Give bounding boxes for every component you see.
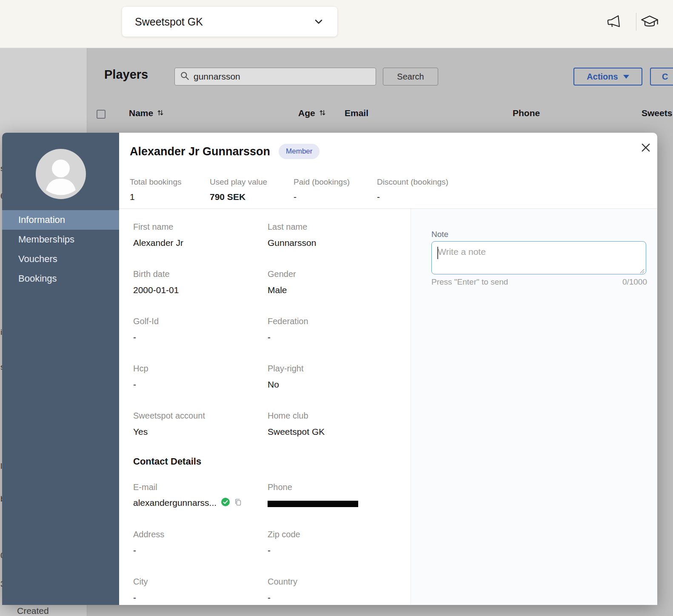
field-golf-id: Golf-Id - [133, 317, 159, 342]
field-first-name: First name Alexander Jr [133, 222, 183, 248]
field-hcp: Hcp - [133, 364, 148, 390]
stat-paid-bookings: Paid (bookings) - [294, 177, 350, 202]
field-birth-date: Birth date 2000-01-01 [133, 269, 179, 295]
header-divider [636, 13, 636, 31]
note-char-counter: 0/1000 [622, 277, 647, 287]
graduation-cap-icon [640, 14, 659, 31]
club-selector[interactable]: Sweetspot GK [122, 7, 337, 37]
phone-redaction-bar [268, 501, 358, 507]
note-panel: Note Press "Enter" to send 0/1000 [411, 209, 657, 605]
note-input[interactable] [431, 241, 646, 274]
field-last-name: Last name Gunnarsson [268, 222, 316, 248]
email-value: alexandergunnarss... [133, 498, 217, 508]
tab-bookings[interactable]: Bookings [2, 269, 119, 288]
close-button[interactable] [637, 140, 655, 157]
megaphone-icon [606, 14, 622, 31]
tab-vouchers[interactable]: Vouchers [2, 249, 119, 269]
field-country: Country - [268, 577, 297, 603]
note-label: Note [431, 230, 448, 239]
field-zip-code: Zip code - [268, 530, 300, 556]
close-icon [640, 142, 652, 155]
field-gender: Gender Male [268, 269, 296, 295]
stat-used-play-value: Used play value 790 SEK [210, 177, 267, 202]
resize-handle-icon[interactable] [639, 268, 644, 275]
contact-details-heading: Contact Details [133, 456, 201, 467]
note-hint: Press "Enter" to send [431, 277, 508, 287]
tab-information[interactable]: Information [2, 210, 119, 230]
avatar [36, 149, 86, 201]
player-name-title: Alexander Jr Gunnarsson [130, 145, 270, 158]
field-city: City - [133, 577, 148, 603]
modal-sidebar: Information Memberships Vouchers Booking… [2, 133, 119, 605]
chevron-down-icon [313, 16, 325, 28]
stat-discount-bookings: Discount (bookings) - [377, 177, 448, 202]
verified-check-icon [221, 497, 230, 508]
field-address: Address - [133, 530, 164, 556]
top-bar: Sweetspot GK [0, 0, 673, 48]
copy-icon[interactable] [234, 498, 242, 508]
member-badge: Member [279, 144, 319, 159]
field-sweetspot-account: Sweetspot account Yes [133, 411, 205, 437]
player-detail-modal: Information Memberships Vouchers Booking… [2, 133, 657, 605]
field-play-right: Play-right No [268, 364, 303, 390]
club-selector-label: Sweetspot GK [135, 16, 203, 28]
field-home-club: Home club Sweetspot GK [268, 411, 325, 437]
stat-total-bookings: Total bookings 1 [130, 177, 181, 202]
tab-memberships[interactable]: Memberships [2, 230, 119, 249]
field-phone: Phone [268, 482, 358, 507]
text-caret [437, 247, 438, 259]
announcements-button[interactable] [604, 13, 624, 32]
academy-button[interactable] [640, 13, 659, 32]
field-email: E-mail alexandergunnarss... [133, 482, 242, 508]
field-federation: Federation - [268, 317, 308, 342]
